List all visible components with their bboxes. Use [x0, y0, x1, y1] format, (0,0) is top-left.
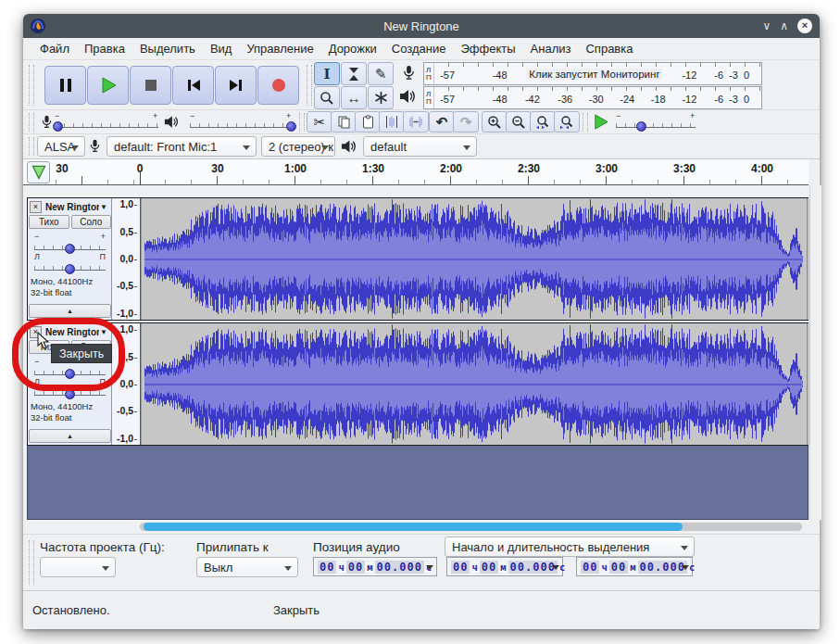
stop-button[interactable]: [130, 66, 171, 105]
play-meter-speaker-icon[interactable]: [399, 89, 416, 104]
zoom-in-button[interactable]: [482, 111, 508, 133]
envelope-tool-button[interactable]: [341, 62, 367, 85]
device-grip[interactable]: [29, 137, 34, 156]
track-close-button[interactable]: ×: [30, 201, 42, 213]
time-digits[interactable]: 00: [451, 561, 470, 574]
window-close-button[interactable]: ×: [797, 19, 812, 33]
time-unit: с: [688, 562, 696, 573]
screenshot-page: New Ringtone ∨ ∧ × ФайлПравкаВыделитьВид…: [0, 0, 840, 644]
input-channels-select[interactable]: 2 (стерео) к: [261, 136, 335, 157]
selection-mode-select[interactable]: Начало и длительность выделения: [445, 537, 695, 557]
skip-to-start-button[interactable]: [172, 66, 214, 105]
menu-item-8[interactable]: Эффекты: [453, 42, 522, 56]
draw-tool-button[interactable]: ✎: [368, 62, 394, 85]
zoom-out-button[interactable]: [506, 111, 532, 133]
status-bar: Остановлено. Закрыть: [23, 592, 820, 629]
snap-to-select[interactable]: Выкл: [196, 557, 298, 577]
monitoring-hint-text[interactable]: Клик запустит Мониторинг: [526, 69, 662, 80]
minimize-button[interactable]: ∨: [762, 19, 771, 32]
mute-button[interactable]: Тихо: [29, 215, 69, 229]
collapse-button[interactable]: ▲: [29, 304, 111, 318]
skip-to-end-button[interactable]: [215, 66, 257, 105]
ruler-time-label: 30: [56, 162, 68, 175]
time-digits[interactable]: 00.000: [508, 561, 558, 574]
playback-meter[interactable]: ЛП -57-48-42-36-30-24-18-12-6-30: [423, 86, 762, 109]
paste-button[interactable]: [355, 111, 381, 133]
vertical-scale-ruler[interactable]: 1,00,50,0-0,5-1,0: [112, 198, 141, 320]
menu-item-1[interactable]: Файл: [32, 42, 77, 56]
record-volume-slider[interactable]: [55, 118, 158, 129]
menu-item-5[interactable]: Управление: [239, 42, 320, 56]
time-digits[interactable]: 00.000: [375, 561, 424, 574]
selection-toolbar: Частота проекта (Гц): Прилипать к Выкл П…: [23, 534, 820, 591]
play-button[interactable]: [87, 66, 129, 105]
cut-button[interactable]: ✂: [307, 111, 332, 133]
vertical-scrollbar[interactable]: [809, 185, 821, 520]
record-meter-mic-icon[interactable]: [401, 65, 417, 81]
fit-selection-button[interactable]: [530, 111, 556, 133]
multi-tool-button[interactable]: [368, 86, 394, 109]
timeline-ruler[interactable]: 300301:001:302:002:303:003:304:00: [23, 159, 809, 185]
play-speed-slider[interactable]: [616, 118, 696, 129]
input-device-select[interactable]: default: Front Mic:1: [107, 136, 257, 157]
time-digits[interactable]: 00: [581, 561, 599, 574]
pause-button[interactable]: [44, 66, 86, 105]
fit-project-button[interactable]: [554, 111, 580, 133]
project-rate-select[interactable]: [40, 557, 116, 577]
tools-grip[interactable]: [307, 65, 312, 106]
record-button[interactable]: [257, 66, 299, 105]
audio-position-field[interactable]: 00ч00м00.000с: [313, 557, 437, 576]
time-digits[interactable]: 00: [346, 561, 365, 574]
trim-icon: [384, 115, 399, 129]
timeshift-tool-button[interactable]: ↔: [341, 86, 367, 109]
track-title[interactable]: New Rington: [45, 202, 99, 212]
play-speed-grip[interactable]: [583, 113, 588, 132]
undo-button[interactable]: ↶: [429, 111, 455, 133]
pan-slider[interactable]: [34, 260, 106, 271]
recording-meter[interactable]: ЛП -57-48-12-6-30Клик запустит Мониторин…: [423, 62, 762, 85]
ruler-time-label: 1:00: [284, 162, 307, 175]
zoom-tool-button[interactable]: [314, 86, 340, 109]
horizontal-scrollbar[interactable]: [140, 523, 802, 531]
playback-volume-slider[interactable]: [190, 118, 294, 129]
time-digits[interactable]: 00: [318, 561, 336, 574]
menu-item-10[interactable]: Справка: [578, 42, 640, 56]
trim-audio-button[interactable]: [379, 111, 405, 133]
waveform-track-2[interactable]: [141, 323, 809, 445]
output-device-select[interactable]: default: [363, 136, 477, 157]
play-at-speed-button[interactable]: [592, 113, 609, 131]
copy-button[interactable]: [331, 111, 357, 133]
play-at-speed-icon: [592, 113, 609, 131]
collapse-button[interactable]: ▲: [29, 429, 111, 443]
menu-item-6[interactable]: Дорожки: [321, 42, 384, 56]
ruler-time-label: 3:30: [673, 162, 696, 175]
time-digits[interactable]: 00: [480, 561, 498, 574]
selection-end-field[interactable]: 00ч00м00.000с: [576, 557, 693, 576]
redo-button[interactable]: ↷: [453, 111, 479, 133]
empty-project-area[interactable]: [27, 446, 809, 520]
menu-item-9[interactable]: Анализ: [523, 42, 579, 56]
menu-item-7[interactable]: Создание: [384, 42, 454, 56]
gain-slider[interactable]: [34, 240, 106, 251]
maximize-button[interactable]: ∧: [780, 19, 788, 32]
selection-tool-button[interactable]: I: [314, 62, 340, 85]
waveform-track-1[interactable]: [141, 198, 809, 320]
toolbar-grip[interactable]: [29, 65, 34, 106]
silence-audio-button[interactable]: [403, 111, 429, 133]
track-menu-caret-icon[interactable]: ▼: [100, 203, 107, 211]
audio-host-select[interactable]: ALSA: [37, 136, 85, 157]
time-digits[interactable]: 00: [609, 561, 628, 574]
selection-start-field[interactable]: 00ч00м00.000с: [446, 557, 563, 576]
solo-button[interactable]: Соло: [71, 215, 112, 229]
edit-grip[interactable]: [299, 113, 305, 132]
ruler-time-label: 1:30: [362, 162, 384, 175]
menu-item-3[interactable]: Выделить: [132, 42, 203, 56]
meter-channel-labels: ЛП: [424, 87, 434, 108]
menu-item-4[interactable]: Вид: [203, 42, 240, 56]
selbar-grip[interactable]: [29, 540, 34, 585]
mixer-grip[interactable]: [29, 113, 34, 132]
menu-item-2[interactable]: Правка: [77, 42, 132, 56]
time-digits[interactable]: 00.000: [638, 561, 687, 574]
titlebar: New Ringtone ∨ ∧ ×: [23, 14, 820, 38]
horizontal-scrollbar-thumb[interactable]: [144, 523, 683, 531]
